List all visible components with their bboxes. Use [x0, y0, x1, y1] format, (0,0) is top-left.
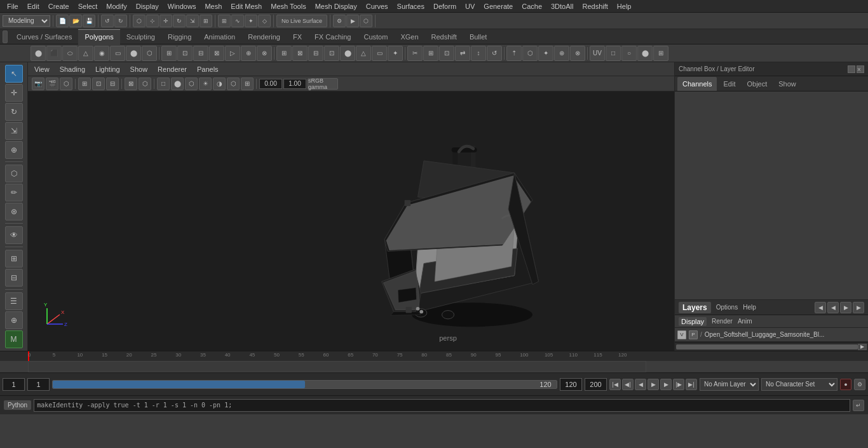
menu-uv[interactable]: UV [461, 1, 479, 11]
command-input[interactable] [34, 399, 850, 412]
show-manip-btn[interactable]: ⊞ [200, 15, 212, 27]
layer-back-btn[interactable]: ◀ [827, 302, 839, 313]
auto-key-btn[interactable]: ● [840, 379, 851, 390]
vp-grid-btn[interactable]: ⊠ [125, 78, 137, 90]
next-frame-btn[interactable]: ▶ [660, 379, 672, 390]
go-start-btn[interactable]: |◀ [609, 379, 621, 390]
merge-btn[interactable]: ⊕ [554, 46, 569, 61]
target-weld-btn[interactable]: ⊗ [257, 46, 272, 61]
layers-render-sub[interactable]: Render [712, 318, 733, 325]
automatic-map-btn[interactable]: ⊞ [653, 46, 668, 61]
select-tool-btn[interactable]: ⬡ [133, 15, 146, 27]
ch-tab-object[interactable]: Object [742, 77, 772, 91]
ch-tab-edit[interactable]: Edit [718, 77, 740, 91]
layers-help-tab[interactable]: Help [743, 304, 756, 311]
create-face-btn[interactable]: ⊟ [193, 46, 208, 61]
annotation-btn[interactable]: ⊟ [5, 269, 23, 287]
live-surface-btn[interactable]: No Live Surface [276, 15, 327, 27]
play-btn[interactable]: ▶ [648, 379, 659, 390]
vp-menu-renderer[interactable]: Renderer [155, 64, 189, 74]
vp-gamma-btn[interactable]: sRGB gamma [308, 78, 338, 90]
layers-display-tab[interactable]: Layers [679, 302, 711, 313]
select-mode-btn[interactable]: ↖ [5, 65, 23, 83]
layer-vis-btn[interactable]: V [677, 330, 686, 339]
planar-map-btn[interactable]: □ [606, 46, 621, 61]
fill-hole-btn[interactable]: ⊠ [209, 46, 224, 61]
slide-edge-btn[interactable]: ⇄ [455, 46, 470, 61]
move-btn[interactable]: ✛ [159, 15, 172, 27]
platonic-btn[interactable]: ⬡ [142, 46, 157, 61]
frame-slider[interactable] [52, 380, 557, 389]
panel-close-btn[interactable]: × [857, 65, 864, 73]
vp-cam-btn[interactable]: 📷 [32, 78, 44, 90]
quadrangulate-btn[interactable]: ▭ [372, 46, 387, 61]
plane-btn[interactable]: ▭ [110, 46, 125, 61]
menu-surfaces[interactable]: Surfaces [393, 1, 429, 11]
menu-select[interactable]: Select [74, 1, 102, 11]
mode-select[interactable]: Modeling Rigging Animation [3, 15, 50, 27]
offset-edgeloop-btn[interactable]: ⊡ [439, 46, 454, 61]
layer-playback-btn[interactable]: P [689, 330, 698, 339]
poke-btn[interactable]: ✦ [538, 46, 553, 61]
vp-isolate-btn[interactable]: ⊡ [92, 78, 105, 90]
wedge-btn[interactable]: ▷ [225, 46, 240, 61]
vp-film-btn[interactable]: 🎬 [46, 78, 58, 90]
triangulate-btn[interactable]: △ [356, 46, 371, 61]
tab-animation[interactable]: Animation [198, 29, 241, 44]
ch-tab-show[interactable]: Show [773, 77, 801, 91]
vp-wireframe-btn[interactable]: □ [157, 78, 170, 90]
cube-btn[interactable]: ⬛ [46, 46, 62, 61]
menu-create[interactable]: Create [44, 1, 74, 11]
key-settings-btn[interactable]: ⚙ [854, 379, 865, 390]
cleanup-btn[interactable]: ✦ [388, 46, 403, 61]
tab-xgen[interactable]: XGen [394, 29, 424, 44]
vp-heads-up-btn[interactable]: ⬡ [139, 78, 151, 90]
maya-icon-btn[interactable]: M [5, 330, 23, 348]
vp-select-type-btn[interactable]: ⊞ [78, 78, 91, 90]
bevel-btn[interactable]: ⬡ [522, 46, 538, 61]
vp-frame-btn[interactable]: ⊟ [106, 78, 119, 90]
anim-layer-select[interactable]: No Anim Layer [700, 378, 759, 391]
prev-frame-btn[interactable]: ◀ [635, 379, 646, 390]
vp-reflect-btn[interactable]: ⊞ [241, 78, 254, 90]
current-frame-field[interactable] [27, 378, 50, 391]
menu-mesh[interactable]: Mesh [200, 1, 226, 11]
paint-btn[interactable]: ✏ [5, 184, 23, 201]
snap-curve-btn[interactable]: ∿ [231, 15, 244, 27]
render-settings-btn[interactable]: ⚙ [333, 15, 346, 27]
cmd-execute-btn[interactable]: ↵ [853, 400, 864, 411]
vp-menu-lighting[interactable]: Lighting [93, 64, 123, 74]
rotate-tool-btn[interactable]: ↻ [5, 103, 23, 121]
vp-menu-show[interactable]: Show [128, 64, 151, 74]
sculpt-btn[interactable]: ⊛ [5, 203, 23, 221]
end-frame-slider-field[interactable] [534, 381, 557, 388]
menu-windows[interactable]: Windows [163, 1, 201, 11]
vp-light-btn[interactable]: ☀ [199, 78, 212, 90]
redo-btn[interactable]: ↻ [114, 15, 127, 27]
multi-cut-btn[interactable]: ✂ [407, 46, 423, 61]
tab-curves-surfaces[interactable]: Curves / Surfaces [10, 29, 78, 44]
separate-btn[interactable]: ⊠ [292, 46, 308, 61]
rotate-btn[interactable]: ↻ [173, 15, 186, 27]
scale-btn[interactable]: ⇲ [186, 15, 199, 27]
menu-deform[interactable]: Deform [429, 1, 461, 11]
layer-end-btn[interactable]: ▶ [853, 302, 864, 313]
show-hide-btn[interactable]: 👁 [5, 226, 23, 244]
tab-polygons[interactable]: Polygons [78, 29, 119, 44]
menu-file[interactable]: File [3, 1, 23, 11]
tab-pin[interactable] [3, 31, 8, 43]
extrude-btn[interactable]: ⇡ [506, 46, 522, 61]
new-scene-btn[interactable]: 📄 [56, 15, 69, 27]
menu-edit[interactable]: Edit [23, 1, 44, 11]
char-set-select[interactable]: No Character Set [761, 378, 837, 391]
layers-disp-sub[interactable]: Display [679, 317, 707, 326]
render-btn[interactable]: ▶ [346, 15, 359, 27]
vp-mask-btn[interactable]: ⬡ [60, 78, 72, 90]
layer-add-btn[interactable]: ◀ [815, 302, 826, 313]
vp-rotate-x-field[interactable] [259, 79, 282, 89]
spherical-map-btn[interactable]: ⬤ [637, 46, 653, 61]
go-end-btn[interactable]: ▶| [686, 379, 697, 390]
panel-minimize-btn[interactable] [848, 65, 855, 73]
step-back-btn[interactable]: ◀| [622, 379, 634, 390]
layers-scrollbar[interactable]: ▶ [675, 342, 868, 351]
